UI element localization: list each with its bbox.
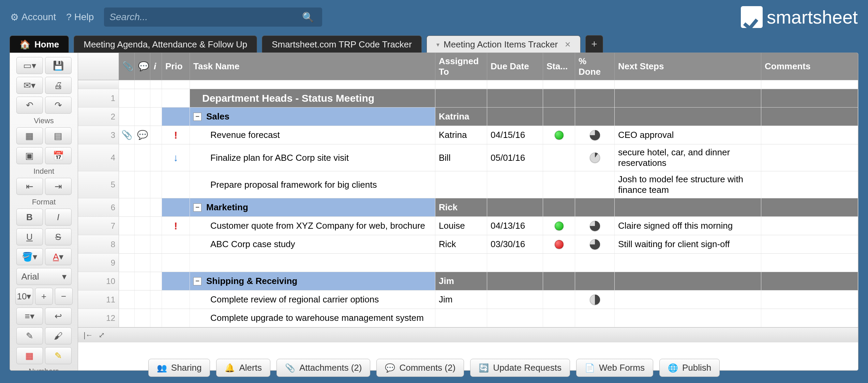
next-steps-cell[interactable]	[615, 290, 761, 309]
fill-color-button[interactable]: 🪣▾	[16, 248, 43, 265]
next-steps-cell[interactable]	[615, 198, 761, 216]
row-number[interactable]: 8	[78, 235, 119, 253]
pct-cell[interactable]	[575, 272, 615, 290]
priority-cell[interactable]	[162, 309, 190, 327]
tab-meeting-action-items[interactable]: ▾ Meeting Action Items Tracker ✕	[426, 36, 581, 53]
comment-cell[interactable]	[135, 144, 150, 171]
collapse-all-button[interactable]: |←	[84, 331, 93, 340]
search-input[interactable]	[109, 12, 299, 23]
info-cell[interactable]	[150, 254, 162, 272]
next-steps-cell[interactable]: Josh to model fee structure with finance…	[615, 171, 761, 198]
collapse-toggle[interactable]: −	[193, 277, 201, 285]
collapse-toggle[interactable]: −	[193, 203, 201, 212]
next-steps-cell[interactable]	[615, 89, 761, 107]
status-cell[interactable]	[543, 198, 575, 216]
next-steps-cell[interactable]: Claire signed off this morning	[615, 217, 761, 235]
tab-meeting-agenda[interactable]: Meeting Agenda, Attendance & Follow Up	[74, 36, 257, 53]
info-cell[interactable]	[150, 217, 162, 235]
card-view-button[interactable]: ▣	[16, 147, 43, 164]
status-cell[interactable]	[543, 309, 575, 327]
undo-button[interactable]: ↶	[16, 97, 43, 114]
priority-cell[interactable]	[162, 89, 190, 107]
due-cell[interactable]: 05/01/16	[487, 144, 543, 171]
italic-button[interactable]: I	[45, 209, 72, 226]
tab-close-icon[interactable]: ✕	[565, 40, 571, 49]
row-number[interactable]: 2	[78, 108, 119, 126]
attachments-button[interactable]: 📎Attachments (2)	[276, 359, 371, 377]
next-steps-cell[interactable]	[615, 272, 761, 290]
comments-cell[interactable]	[761, 217, 858, 235]
comments-cell[interactable]	[761, 235, 858, 253]
account-link[interactable]: ⚙ Account	[10, 12, 56, 23]
pct-cell[interactable]	[575, 217, 615, 235]
task-cell[interactable]: −Sales	[190, 108, 435, 126]
task-cell[interactable]: Finalize plan for ABC Corp site visit	[190, 144, 435, 171]
comments-cell[interactable]	[761, 171, 858, 198]
attachment-cell[interactable]	[119, 144, 135, 171]
status-cell[interactable]	[543, 254, 575, 272]
grid-row[interactable]: 9	[78, 254, 858, 272]
assigned-cell[interactable]: Rick	[435, 198, 487, 216]
assigned-cell[interactable]: Jim	[435, 272, 487, 290]
grid-row[interactable]: 4↓Finalize plan for ABC Corp site visitB…	[78, 144, 858, 171]
status-cell[interactable]	[543, 144, 575, 171]
task-cell[interactable]: Revenue forecast	[190, 126, 435, 144]
priority-cell[interactable]	[162, 235, 190, 253]
row-number[interactable]: 11	[78, 290, 119, 309]
status-cell[interactable]	[543, 290, 575, 309]
comment-cell[interactable]	[135, 198, 150, 216]
assigned-cell[interactable]: Rick	[435, 235, 487, 253]
strike-button[interactable]: S	[45, 228, 72, 245]
expand-all-button[interactable]: ⤢	[99, 331, 105, 340]
indent-button[interactable]: ⇥	[45, 178, 72, 195]
grid-row[interactable]: 1Department Heads - Status Meeting	[78, 89, 858, 108]
comments-cell[interactable]	[761, 89, 858, 107]
pct-cell[interactable]	[575, 171, 615, 198]
priority-cell[interactable]	[162, 108, 190, 126]
assigned-column-header[interactable]: Assigned To	[435, 53, 487, 80]
due-cell[interactable]	[487, 198, 543, 216]
priority-cell[interactable]	[162, 198, 190, 216]
info-cell[interactable]	[150, 108, 162, 126]
task-cell[interactable]: Department Heads - Status Meeting	[190, 89, 435, 107]
status-column-header[interactable]: Sta...	[543, 53, 575, 80]
row-number[interactable]: 3	[78, 126, 119, 144]
pct-cell[interactable]	[575, 290, 615, 309]
comments-cell[interactable]	[761, 254, 858, 272]
comments-cell[interactable]	[761, 108, 858, 126]
font-size-increase[interactable]: +	[35, 288, 53, 305]
due-cell[interactable]	[487, 108, 543, 126]
assigned-cell[interactable]: Louise	[435, 217, 487, 235]
publish-button[interactable]: 🌐Publish	[659, 359, 720, 377]
comment-cell[interactable]	[135, 272, 150, 290]
comments-cell[interactable]	[761, 198, 858, 216]
due-cell[interactable]	[487, 89, 543, 107]
pct-cell[interactable]	[575, 108, 615, 126]
attachment-cell[interactable]	[119, 290, 135, 309]
row-number[interactable]: 12	[78, 309, 119, 327]
grid-row[interactable]: 5Prepare proposal framework for big clie…	[78, 171, 858, 198]
comment-column-header[interactable]: 💬	[135, 53, 150, 80]
redo-button[interactable]: ↷	[45, 97, 72, 114]
next-steps-cell[interactable]: Still waiting for client sign-off	[615, 235, 761, 253]
add-tab-button[interactable]: +	[585, 35, 603, 53]
attachment-column-header[interactable]: 📎	[119, 53, 135, 80]
task-column-header[interactable]: Task Name	[190, 53, 435, 80]
assigned-cell[interactable]	[435, 171, 487, 198]
due-cell[interactable]: 04/15/16	[487, 126, 543, 144]
grid-row[interactable]: 3📎💬!Revenue forecastKatrina04/15/16CEO a…	[78, 126, 858, 144]
comment-cell[interactable]	[135, 290, 150, 309]
pct-cell[interactable]	[575, 126, 615, 144]
comments-button[interactable]: 💬Comments (2)	[376, 359, 464, 377]
collapse-toggle[interactable]: −	[193, 113, 201, 121]
assigned-cell[interactable]: Bill	[435, 144, 487, 171]
assigned-cell[interactable]: Katrina	[435, 108, 487, 126]
info-cell[interactable]	[150, 144, 162, 171]
info-cell[interactable]	[150, 198, 162, 216]
attachment-cell[interactable]	[119, 217, 135, 235]
comments-cell[interactable]	[761, 309, 858, 327]
info-cell[interactable]	[150, 272, 162, 290]
attachment-cell[interactable]	[119, 235, 135, 253]
font-size-select[interactable]: 10▾	[15, 288, 33, 305]
next-column-header[interactable]: Next Steps	[615, 53, 761, 80]
